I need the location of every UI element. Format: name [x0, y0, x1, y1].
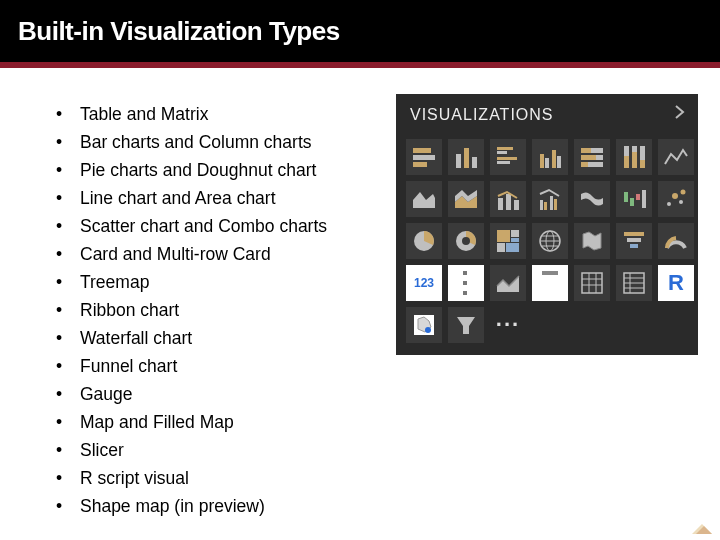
svg-rect-9 [497, 161, 510, 164]
treemap-icon[interactable] [490, 223, 526, 259]
svg-rect-34 [630, 198, 634, 206]
funnel-icon[interactable] [616, 223, 652, 259]
ribbon-chart-icon[interactable] [574, 181, 610, 217]
svg-point-39 [679, 200, 683, 204]
gauge-icon[interactable] [658, 223, 694, 259]
svg-rect-46 [511, 238, 519, 242]
list-item: Map and Filled Map [56, 408, 376, 436]
svg-point-68 [425, 327, 431, 333]
list-item: Scatter chart and Combo charts [56, 212, 376, 240]
svg-rect-21 [624, 156, 629, 168]
svg-rect-33 [624, 192, 628, 202]
svg-rect-12 [552, 150, 556, 168]
list-item: Slicer [56, 436, 376, 464]
svg-rect-10 [540, 154, 544, 168]
pie-chart-icon[interactable] [406, 223, 442, 259]
matrix-icon[interactable] [616, 265, 652, 301]
waterfall-icon[interactable] [616, 181, 652, 217]
svg-rect-32 [554, 199, 557, 210]
kpi-icon[interactable] [490, 265, 526, 301]
svg-rect-48 [506, 243, 519, 252]
svg-rect-56 [630, 244, 638, 248]
line-stacked-column-icon[interactable] [490, 181, 526, 217]
svg-rect-36 [642, 190, 646, 208]
more-visuals-button[interactable]: ··· [490, 307, 526, 343]
svg-rect-5 [472, 157, 477, 168]
svg-rect-0 [413, 148, 431, 153]
list-item: Table and Matrix [56, 100, 376, 128]
funnel-filter-icon[interactable] [448, 307, 484, 343]
svg-rect-27 [506, 194, 511, 210]
svg-rect-8 [497, 157, 517, 160]
svg-rect-47 [497, 243, 505, 252]
svg-point-38 [672, 193, 678, 199]
svg-rect-55 [627, 238, 641, 242]
title-bar: Built-in Visualization Types [0, 0, 720, 62]
svg-rect-3 [456, 154, 461, 168]
svg-rect-45 [511, 230, 519, 237]
viz-panel-title: VISUALIZATIONS [410, 106, 554, 124]
card-icon[interactable]: 123 [406, 265, 442, 301]
list-item: Card and Multi-row Card [56, 240, 376, 268]
svg-rect-17 [581, 155, 596, 160]
visualizations-panel: VISUALIZATIONS [396, 94, 698, 355]
stacked-area-icon[interactable] [448, 181, 484, 217]
svg-rect-30 [544, 202, 547, 210]
bullet-list: Table and Matrix Bar charts and Column c… [56, 100, 376, 520]
line-chart-icon[interactable] [658, 139, 694, 175]
list-item: Line chart and Area chart [56, 184, 376, 212]
multi-row-card-icon[interactable] [448, 265, 484, 301]
svg-point-37 [667, 202, 671, 206]
list-item: R script visual [56, 464, 376, 492]
filled-map-icon[interactable] [574, 223, 610, 259]
corner-logo-icon [690, 512, 714, 536]
area-chart-icon[interactable] [406, 181, 442, 217]
svg-rect-44 [497, 230, 510, 242]
clustered-bar-icon[interactable] [490, 139, 526, 175]
svg-point-43 [462, 237, 470, 245]
list-item: Shape map (in preview) [56, 492, 376, 520]
list-item: Funnel chart [56, 352, 376, 380]
scatter-icon[interactable] [658, 181, 694, 217]
list-item: Pie charts and Doughnut chart [56, 156, 376, 184]
svg-rect-57 [582, 273, 602, 293]
stacked-column-icon[interactable] [448, 139, 484, 175]
hundred-stacked-bar-icon[interactable] [574, 139, 610, 175]
viz-icon-grid: 123 R [396, 133, 698, 355]
svg-rect-23 [632, 152, 637, 168]
clustered-column-icon[interactable] [532, 139, 568, 175]
svg-rect-4 [464, 148, 469, 168]
shape-map-icon[interactable] [406, 307, 442, 343]
slicer-icon[interactable] [532, 265, 568, 301]
content-area: Table and Matrix Bar charts and Column c… [0, 68, 720, 540]
hundred-stacked-column-icon[interactable] [616, 139, 652, 175]
slide-title: Built-in Visualization Types [18, 16, 340, 47]
svg-rect-31 [550, 196, 553, 210]
svg-rect-28 [514, 200, 519, 210]
svg-rect-35 [636, 194, 640, 200]
viz-panel-header[interactable]: VISUALIZATIONS [396, 94, 698, 133]
table-icon[interactable] [574, 265, 610, 301]
svg-rect-7 [497, 151, 507, 154]
svg-rect-15 [581, 148, 591, 153]
list-item: Waterfall chart [56, 324, 376, 352]
list-item: Treemap [56, 268, 376, 296]
chevron-right-icon[interactable] [674, 104, 686, 125]
list-item: Bar charts and Column charts [56, 128, 376, 156]
svg-rect-25 [640, 160, 645, 168]
map-icon[interactable] [532, 223, 568, 259]
svg-point-40 [681, 190, 686, 195]
stacked-bar-icon[interactable] [406, 139, 442, 175]
svg-rect-1 [413, 155, 435, 160]
line-clustered-column-icon[interactable] [532, 181, 568, 217]
svg-rect-2 [413, 162, 427, 167]
donut-chart-icon[interactable] [448, 223, 484, 259]
svg-rect-19 [581, 162, 588, 167]
svg-rect-54 [624, 232, 644, 236]
r-script-icon[interactable]: R [658, 265, 694, 301]
svg-rect-6 [497, 147, 513, 150]
svg-rect-13 [557, 156, 561, 168]
list-item: Gauge [56, 380, 376, 408]
svg-rect-26 [498, 198, 503, 210]
svg-rect-11 [545, 158, 549, 168]
